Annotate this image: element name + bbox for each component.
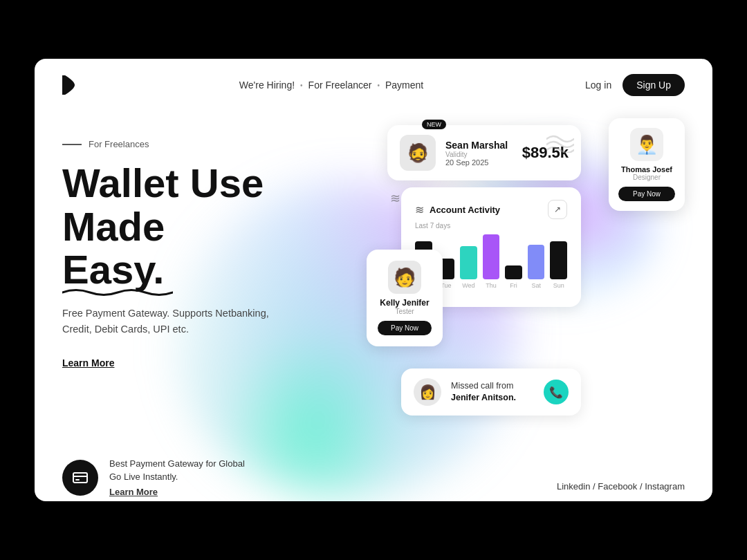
bottom-badge: Best Payment Gateway for Global Go Live … bbox=[62, 457, 245, 499]
navbar: We're Hiring! • For Freelancer • Payment… bbox=[35, 59, 712, 111]
wave-decoration bbox=[62, 288, 173, 297]
bar-wrapper: Thu bbox=[483, 234, 500, 289]
missed-call-card: 👩 Missed call from Jenifer Anitson. 📞 bbox=[401, 368, 581, 416]
social-links-text[interactable]: Linkedin / Facebook / Instagram bbox=[557, 481, 685, 492]
bar-wed bbox=[460, 246, 477, 279]
svg-rect-0 bbox=[73, 473, 87, 483]
hero-description: Free Payment Gateway. Supports Netbankin… bbox=[62, 306, 284, 337]
validity-label: Validity bbox=[445, 151, 513, 158]
bar-label-fri: Fri bbox=[510, 282, 517, 289]
bar-label-thu: Thu bbox=[486, 282, 497, 289]
badge-text-line1: Best Payment Gateway for Global bbox=[109, 458, 245, 469]
kelly-role: Tester bbox=[378, 308, 432, 315]
hero-title-line2: Easy. bbox=[62, 248, 367, 292]
kelly-card: 🧑 Kelly Jenifer Tester Pay Now bbox=[367, 250, 443, 346]
activity-title-row: ≋ Account Activity bbox=[415, 203, 500, 216]
lines-decoration: ≋ bbox=[390, 191, 400, 206]
logo-icon bbox=[62, 75, 77, 95]
payment-card-info: Sean Marshal Validity 20 Sep 2025 bbox=[445, 140, 513, 167]
sean-date: 20 Sep 2025 bbox=[445, 158, 513, 167]
kelly-avatar: 🧑 bbox=[388, 261, 421, 294]
missed-call-avatar: 👩 bbox=[414, 378, 441, 406]
thomas-name: Thomas Josef bbox=[618, 165, 675, 174]
call-icon[interactable]: 📞 bbox=[544, 380, 569, 404]
page-wrapper: We're Hiring! • For Freelancer • Payment… bbox=[35, 59, 712, 501]
activity-arrow-button[interactable]: ↗ bbox=[548, 200, 567, 219]
activity-icon: ≋ bbox=[415, 203, 424, 216]
hero-left: For Freelances Wallet Use Made Easy. Fre… bbox=[62, 118, 367, 471]
badge-icon-circle bbox=[62, 460, 98, 496]
bar-fri bbox=[505, 265, 522, 279]
activity-card-header: ≋ Account Activity ↗ bbox=[415, 200, 567, 219]
payment-card: NEW 🧔 Sean Marshal Validity 20 Sep 2025 … bbox=[387, 125, 581, 180]
bar-sun bbox=[550, 241, 567, 279]
bar-sat bbox=[528, 245, 545, 279]
hero-title-line1: Wallet Use Made bbox=[62, 160, 264, 249]
kelly-pay-now-button[interactable]: Pay Now bbox=[378, 321, 432, 335]
missed-call-name: Jenifer Anitson. bbox=[451, 393, 516, 402]
nav-right: Log in Sign Up bbox=[585, 74, 685, 96]
missed-call-text: Missed call from Jenifer Anitson. bbox=[451, 380, 534, 404]
hero-right: NEW 🧔 Sean Marshal Validity 20 Sep 2025 … bbox=[367, 118, 685, 471]
section-label: For Freelances bbox=[62, 139, 367, 149]
signup-button[interactable]: Sign Up bbox=[622, 74, 685, 96]
nav-dot-1: • bbox=[300, 82, 303, 89]
nav-hiring[interactable]: We're Hiring! bbox=[239, 80, 295, 91]
thomas-avatar: 👨‍💼 bbox=[630, 128, 663, 161]
activity-title: Account Activity bbox=[430, 205, 500, 215]
bar-wrapper: Sat bbox=[528, 245, 545, 289]
wave-deco bbox=[546, 132, 574, 156]
new-badge: NEW bbox=[422, 120, 446, 129]
bar-label-wed: Wed bbox=[462, 282, 474, 289]
login-button[interactable]: Log in bbox=[585, 80, 611, 91]
bar-wrapper: Fri bbox=[505, 265, 522, 289]
thomas-role: Designer bbox=[618, 174, 675, 181]
thomas-card: 👨‍💼 Thomas Josef Designer Pay Now bbox=[609, 118, 685, 211]
kelly-name: Kelly Jenifer bbox=[378, 298, 432, 308]
sean-name: Sean Marshal bbox=[445, 140, 513, 151]
social-links: Linkedin / Facebook / Instagram bbox=[557, 481, 685, 492]
bar-label-sun: Sun bbox=[553, 282, 564, 289]
bar-wrapper: Wed bbox=[460, 246, 477, 289]
nav-payment[interactable]: Payment bbox=[385, 80, 423, 91]
missed-call-prefix: Missed call from bbox=[451, 381, 513, 391]
badge-text-line2: Go Live Instantly. bbox=[109, 472, 178, 482]
bar-thu bbox=[483, 234, 500, 279]
hero-section: For Freelances Wallet Use Made Easy. Fre… bbox=[35, 111, 712, 498]
nav-links: We're Hiring! • For Freelancer • Payment bbox=[239, 80, 423, 91]
nav-freelancer[interactable]: For Freelancer bbox=[308, 80, 372, 91]
section-label-text: For Freelances bbox=[89, 139, 149, 149]
activity-subtitle: Last 7 days bbox=[415, 222, 567, 230]
thomas-pay-now-button[interactable]: Pay Now bbox=[618, 187, 675, 201]
hero-title: Wallet Use Made Easy. bbox=[62, 162, 367, 292]
hero-learn-more-link[interactable]: Learn More bbox=[62, 357, 114, 368]
sean-avatar: 🧔 bbox=[400, 135, 436, 171]
badge-learn-more-link[interactable]: Learn More bbox=[109, 485, 245, 499]
bar-wrapper: Sun bbox=[550, 241, 567, 289]
nav-dot-2: • bbox=[377, 82, 380, 89]
bar-label-sat: Sat bbox=[531, 282, 541, 289]
badge-text: Best Payment Gateway for Global Go Live … bbox=[109, 457, 245, 499]
